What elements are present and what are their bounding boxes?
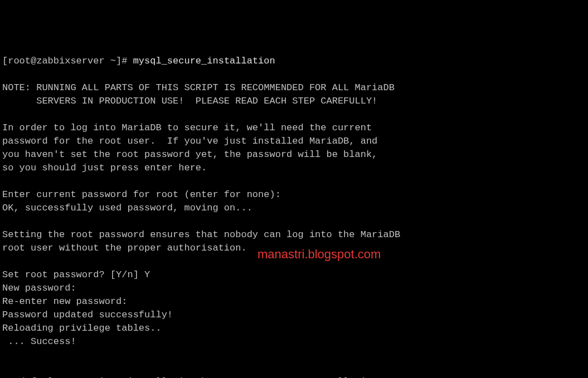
output-line: you haven't set the root password yet, t… (2, 149, 377, 160)
prompt-open-bracket: [ (2, 56, 8, 66)
output-line: NOTE: RUNNING ALL PARTS OF THIS SCRIPT I… (2, 82, 395, 93)
output-line: Re-enter new password: (2, 296, 127, 307)
output-line: password for the root user. If you've ju… (2, 136, 377, 146)
output-line: New password: (2, 283, 76, 293)
output-line: Enter current password for root (enter f… (2, 189, 281, 200)
output-line: OK, successfully used password, moving o… (2, 203, 252, 213)
command-text: mysql_secure_installation (133, 56, 275, 66)
output-line: In order to log into MariaDB to secure i… (2, 122, 372, 133)
watermark-text: manastri.blogspot.com (257, 248, 381, 261)
terminal-output: [root@zabbixserver ~]# mysql_secure_inst… (2, 55, 586, 378)
prompt-user-host: root@zabbixserver ~ (8, 56, 116, 66)
output-line: SERVERS IN PRODUCTION USE! PLEASE READ E… (2, 96, 377, 106)
output-line: Password updated successfully! (2, 310, 173, 320)
output-line: root user without the proper authorisati… (2, 243, 247, 253)
output-line: ... Success! (2, 336, 76, 347)
output-line: Reloading privilege tables.. (2, 323, 162, 333)
output-line: Set root password? [Y/n] Y (2, 269, 150, 280)
output-line: so you should just press enter here. (2, 163, 207, 173)
output-line: Setting the root password ensures that n… (2, 229, 400, 240)
prompt-close-bracket: ]# (116, 56, 127, 66)
